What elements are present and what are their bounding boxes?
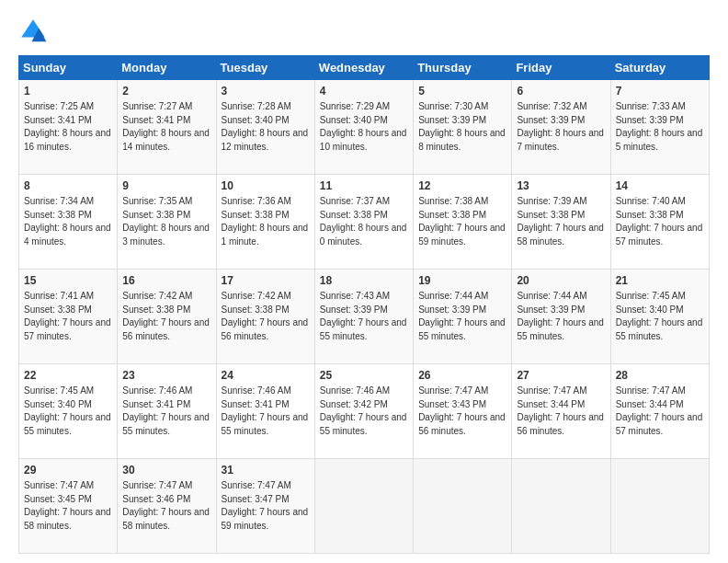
logo-icon	[18, 17, 48, 46]
day-cell: 27 Sunrise: 7:47 AMSunset: 3:44 PMDaylig…	[512, 364, 610, 459]
day-number: 16	[122, 273, 210, 288]
day-info: Sunrise: 7:34 AMSunset: 3:38 PMDaylight:…	[24, 196, 111, 247]
day-number: 13	[517, 178, 605, 193]
day-number: 20	[517, 273, 605, 288]
weekday-header-sunday: Sunday	[19, 56, 118, 80]
week-row-5: 29 Sunrise: 7:47 AMSunset: 3:45 PMDaylig…	[19, 459, 710, 554]
day-number: 9	[122, 178, 210, 193]
day-info: Sunrise: 7:41 AMSunset: 3:38 PMDaylight:…	[24, 291, 111, 341]
day-cell: 1 Sunrise: 7:25 AMSunset: 3:41 PMDayligh…	[19, 80, 118, 175]
day-info: Sunrise: 7:43 AMSunset: 3:39 PMDaylight:…	[320, 291, 407, 341]
day-number: 23	[122, 368, 210, 383]
day-cell: 17 Sunrise: 7:42 AMSunset: 3:38 PMDaylig…	[216, 270, 314, 364]
day-info: Sunrise: 7:37 AMSunset: 3:38 PMDaylight:…	[320, 196, 407, 247]
day-cell: 24 Sunrise: 7:46 AMSunset: 3:41 PMDaylig…	[216, 364, 314, 459]
weekday-header-saturday: Saturday	[610, 56, 709, 80]
day-number: 31	[222, 463, 310, 477]
day-cell: 3 Sunrise: 7:28 AMSunset: 3:40 PMDayligh…	[216, 80, 314, 175]
day-cell: 31 Sunrise: 7:47 AMSunset: 3:47 PMDaylig…	[216, 459, 314, 554]
day-info: Sunrise: 7:42 AMSunset: 3:38 PMDaylight:…	[122, 291, 210, 341]
day-number: 3	[222, 84, 310, 98]
day-cell: 4 Sunrise: 7:29 AMSunset: 3:40 PMDayligh…	[314, 80, 413, 175]
day-info: Sunrise: 7:44 AMSunset: 3:39 PMDaylight:…	[517, 291, 604, 341]
day-cell: 21 Sunrise: 7:45 AMSunset: 3:40 PMDaylig…	[610, 270, 709, 364]
day-number: 22	[24, 368, 112, 383]
day-number: 8	[24, 178, 112, 193]
day-number: 24	[222, 368, 310, 383]
day-info: Sunrise: 7:40 AMSunset: 3:38 PMDaylight:…	[616, 196, 703, 247]
day-info: Sunrise: 7:47 AMSunset: 3:45 PMDaylight:…	[24, 480, 111, 531]
day-info: Sunrise: 7:45 AMSunset: 3:40 PMDaylight:…	[24, 385, 111, 436]
day-cell: 8 Sunrise: 7:34 AMSunset: 3:38 PMDayligh…	[19, 175, 118, 270]
day-number: 5	[418, 84, 506, 98]
day-number: 25	[320, 368, 408, 383]
day-cell	[512, 459, 610, 554]
day-number: 30	[122, 463, 210, 477]
weekday-header-monday: Monday	[118, 56, 216, 80]
week-row-3: 15 Sunrise: 7:41 AMSunset: 3:38 PMDaylig…	[19, 270, 710, 364]
calendar-table: SundayMondayTuesdayWednesdayThursdayFrid…	[18, 55, 710, 554]
weekday-header-row: SundayMondayTuesdayWednesdayThursdayFrid…	[19, 56, 710, 80]
day-info: Sunrise: 7:30 AMSunset: 3:39 PMDaylight:…	[418, 101, 506, 152]
day-info: Sunrise: 7:45 AMSunset: 3:40 PMDaylight:…	[616, 291, 703, 341]
day-info: Sunrise: 7:42 AMSunset: 3:38 PMDaylight:…	[222, 291, 309, 341]
day-number: 14	[616, 178, 704, 193]
day-info: Sunrise: 7:46 AMSunset: 3:41 PMDaylight:…	[122, 385, 210, 436]
header	[18, 17, 710, 46]
day-info: Sunrise: 7:33 AMSunset: 3:39 PMDaylight:…	[616, 101, 703, 152]
logo	[18, 17, 51, 46]
day-number: 6	[517, 84, 605, 98]
day-info: Sunrise: 7:32 AMSunset: 3:39 PMDaylight:…	[517, 101, 604, 152]
day-number: 4	[320, 84, 408, 98]
day-cell: 19 Sunrise: 7:44 AMSunset: 3:39 PMDaylig…	[414, 270, 512, 364]
day-cell: 13 Sunrise: 7:39 AMSunset: 3:38 PMDaylig…	[512, 175, 610, 270]
week-row-4: 22 Sunrise: 7:45 AMSunset: 3:40 PMDaylig…	[19, 364, 710, 459]
day-cell: 11 Sunrise: 7:37 AMSunset: 3:38 PMDaylig…	[314, 175, 413, 270]
day-cell: 20 Sunrise: 7:44 AMSunset: 3:39 PMDaylig…	[512, 270, 610, 364]
day-number: 17	[222, 273, 310, 288]
day-cell: 18 Sunrise: 7:43 AMSunset: 3:39 PMDaylig…	[314, 270, 413, 364]
day-cell: 2 Sunrise: 7:27 AMSunset: 3:41 PMDayligh…	[118, 80, 216, 175]
day-number: 27	[517, 368, 605, 383]
day-cell: 5 Sunrise: 7:30 AMSunset: 3:39 PMDayligh…	[414, 80, 512, 175]
day-number: 29	[24, 463, 112, 477]
day-info: Sunrise: 7:46 AMSunset: 3:42 PMDaylight:…	[320, 385, 407, 436]
page: SundayMondayTuesdayWednesdayThursdayFrid…	[0, 0, 728, 563]
day-cell: 28 Sunrise: 7:47 AMSunset: 3:44 PMDaylig…	[610, 364, 709, 459]
day-info: Sunrise: 7:28 AMSunset: 3:40 PMDaylight:…	[222, 101, 309, 152]
day-number: 26	[418, 368, 506, 383]
day-cell: 6 Sunrise: 7:32 AMSunset: 3:39 PMDayligh…	[512, 80, 610, 175]
weekday-header-thursday: Thursday	[414, 56, 512, 80]
day-info: Sunrise: 7:25 AMSunset: 3:41 PMDaylight:…	[24, 101, 111, 152]
day-cell	[414, 459, 512, 554]
weekday-header-tuesday: Tuesday	[216, 56, 314, 80]
day-info: Sunrise: 7:46 AMSunset: 3:41 PMDaylight:…	[222, 385, 309, 436]
day-number: 7	[616, 84, 704, 98]
day-info: Sunrise: 7:39 AMSunset: 3:38 PMDaylight:…	[517, 196, 604, 247]
day-number: 19	[418, 273, 506, 288]
day-cell: 10 Sunrise: 7:36 AMSunset: 3:38 PMDaylig…	[216, 175, 314, 270]
day-number: 12	[418, 178, 506, 193]
day-number: 21	[616, 273, 704, 288]
day-info: Sunrise: 7:29 AMSunset: 3:40 PMDaylight:…	[320, 101, 407, 152]
day-cell: 12 Sunrise: 7:38 AMSunset: 3:38 PMDaylig…	[414, 175, 512, 270]
day-cell: 26 Sunrise: 7:47 AMSunset: 3:43 PMDaylig…	[414, 364, 512, 459]
day-number: 28	[616, 368, 704, 383]
day-number: 15	[24, 273, 112, 288]
day-number: 10	[222, 178, 310, 193]
day-number: 2	[122, 84, 210, 98]
day-info: Sunrise: 7:36 AMSunset: 3:38 PMDaylight:…	[222, 196, 309, 247]
day-cell: 14 Sunrise: 7:40 AMSunset: 3:38 PMDaylig…	[610, 175, 709, 270]
day-info: Sunrise: 7:47 AMSunset: 3:43 PMDaylight:…	[418, 385, 506, 436]
day-info: Sunrise: 7:27 AMSunset: 3:41 PMDaylight:…	[122, 101, 210, 152]
day-number: 1	[24, 84, 112, 98]
day-cell	[314, 459, 413, 554]
day-info: Sunrise: 7:47 AMSunset: 3:47 PMDaylight:…	[222, 480, 309, 531]
day-cell: 9 Sunrise: 7:35 AMSunset: 3:38 PMDayligh…	[118, 175, 216, 270]
day-info: Sunrise: 7:35 AMSunset: 3:38 PMDaylight:…	[122, 196, 210, 247]
day-number: 18	[320, 273, 408, 288]
weekday-header-wednesday: Wednesday	[314, 56, 413, 80]
week-row-1: 1 Sunrise: 7:25 AMSunset: 3:41 PMDayligh…	[19, 80, 710, 175]
day-cell: 15 Sunrise: 7:41 AMSunset: 3:38 PMDaylig…	[19, 270, 118, 364]
day-info: Sunrise: 7:44 AMSunset: 3:39 PMDaylight:…	[418, 291, 506, 341]
